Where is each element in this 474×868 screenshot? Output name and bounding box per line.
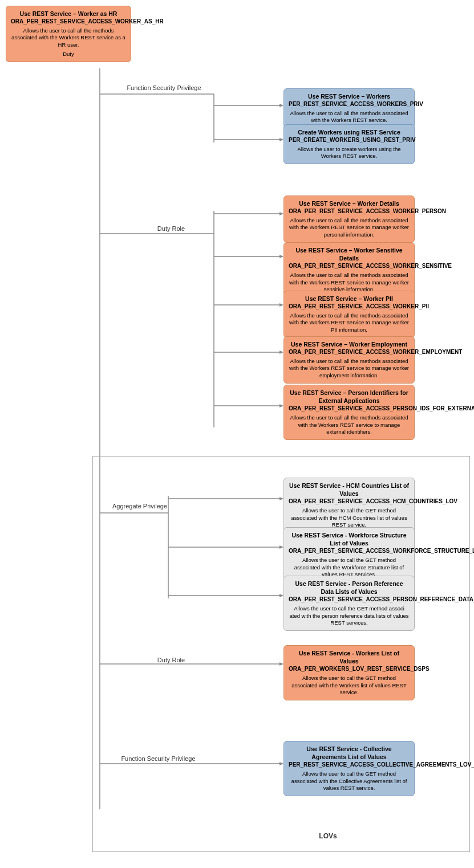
label-lovs: LOVs (311, 832, 345, 840)
n7-title: Use REST Service – Person Identifiers fo… (289, 389, 410, 405)
svg-marker-4 (279, 104, 283, 107)
label-duty1: Duty Role (137, 225, 205, 232)
node-n3: Use REST Service – Worker Details ORA_PE… (283, 195, 415, 243)
n3-code: ORA_PER_REST_SERVICE_ACCESS_WORKER_PERSO… (289, 207, 410, 215)
label-fsp1: Function Security Privilege (120, 84, 208, 91)
label-duty2: Duty Role (137, 657, 205, 663)
n4-code: ORA_PER_REST_SERVICE_ACCESS_WORKER_SENSI… (289, 262, 410, 270)
n2-title: Create Workers using REST Service (289, 128, 410, 136)
root-desc: Allows the user to call all the methods … (11, 27, 126, 49)
svg-marker-10 (279, 212, 283, 215)
n11-code: ORA_PER_WORKERS_LOV_REST_SERVICE_DSPS (289, 665, 410, 673)
n2-code: PER_CREATE_WORKERS_USING_REST_PRIV (289, 136, 410, 144)
node-n5: Use REST Service – Worker PII ORA_PER_RE… (283, 291, 415, 338)
svg-marker-18 (279, 404, 283, 407)
n10-desc: Allows the user to call the GET method a… (289, 605, 410, 627)
n5-desc: Allows the user to call all the methods … (289, 312, 410, 334)
n9-code: ORA_PER_REST_SERVICE_ACCESS_WORKFORCE_ST… (289, 547, 410, 555)
n5-code: ORA_PER_REST_SERVICE_ACCESS_WORKER_PII (289, 303, 410, 311)
node-n11: Use REST Service - Workers List of Value… (283, 645, 415, 700)
node-n6: Use REST Service – Worker Employment ORA… (283, 336, 415, 384)
n6-title: Use REST Service – Worker Employment (289, 340, 410, 348)
n5-title: Use REST Service – Worker PII (289, 295, 410, 303)
label-fsp2: Function Security Privilege (108, 755, 208, 762)
n4-title: Use REST Service – Worker Sensitive Deta… (289, 246, 410, 262)
node-n2: Create Workers using REST Service PER_CR… (283, 124, 415, 164)
n7-desc: Allows the user to call all the methods … (289, 414, 410, 436)
node-n9: Use REST Service - Workforce Structure L… (283, 527, 415, 582)
label-aggregate: Aggregate Privilege (100, 503, 180, 510)
n10-code: ORA_PER_REST_SERVICE_ACCESS_PERSON_REFER… (289, 596, 410, 604)
n9-title: Use REST Service - Workforce Structure L… (289, 531, 410, 547)
n7-code: ORA_PER_REST_SERVICE_ACCESS_PERSON_IDS_F… (289, 405, 410, 413)
svg-marker-14 (279, 303, 283, 307)
n12-code: PER_REST_SERVICE_ACCESS_COLLECTIVE_AGREE… (289, 761, 410, 769)
node-n12: Use REST Service - Collective Agreements… (283, 741, 415, 796)
root-code: ORA_PER_REST_SERVICE_ACCESS_WORKER_AS_HR (11, 18, 126, 26)
n3-desc: Allows the user to call all the methods … (289, 217, 410, 239)
n3-title: Use REST Service – Worker Details (289, 199, 410, 207)
n1-code: PER_REST_SERVICE_ACCESS_WORKERS_PRIV (289, 100, 410, 108)
n6-code: ORA_PER_REST_SERVICE_ACCESS_WORKER_EMPLO… (289, 348, 410, 356)
n8-title: Use REST Service - HCM Countries List of… (289, 482, 410, 498)
svg-marker-6 (279, 138, 283, 141)
n1-title: Use REST Service – Workers (289, 92, 410, 100)
n11-title: Use REST Service - Workers List of Value… (289, 649, 410, 665)
node-n10: Use REST Service - Person Reference Data… (283, 576, 415, 631)
node-n4: Use REST Service – Worker Sensitive Deta… (283, 242, 415, 298)
diagram-container: Use REST Service – Worker as HR ORA_PER_… (0, 0, 474, 868)
n12-title: Use REST Service - Collective Agreements… (289, 745, 410, 761)
n6-desc: Allows the user to call all the methods … (289, 358, 410, 380)
node-n8: Use REST Service - HCM Countries List of… (283, 478, 415, 533)
node-n1: Use REST Service – Workers PER_REST_SERV… (283, 88, 415, 128)
root-type: Duty (11, 51, 126, 58)
n10-title: Use REST Service - Person Reference Data… (289, 580, 410, 596)
root-node: Use REST Service – Worker as HR ORA_PER_… (6, 6, 131, 62)
n1-desc: Allows the user to call all the methods … (289, 110, 410, 125)
n11-desc: Allows the user to call the GET method a… (289, 675, 410, 696)
root-title: Use REST Service – Worker as HR (11, 10, 126, 18)
n8-desc: Allows the user to call the GET method a… (289, 507, 410, 529)
n8-code: ORA_PER_REST_SERVICE_ACCESS_HCM_COUNTRIE… (289, 498, 410, 506)
node-n7: Use REST Service – Person Identifiers fo… (283, 385, 415, 440)
svg-marker-12 (279, 255, 283, 258)
n2-desc: Allows the user to create workers using … (289, 146, 410, 161)
n12-desc: Allows the user to call the GET method a… (289, 771, 410, 792)
svg-marker-16 (279, 351, 283, 354)
